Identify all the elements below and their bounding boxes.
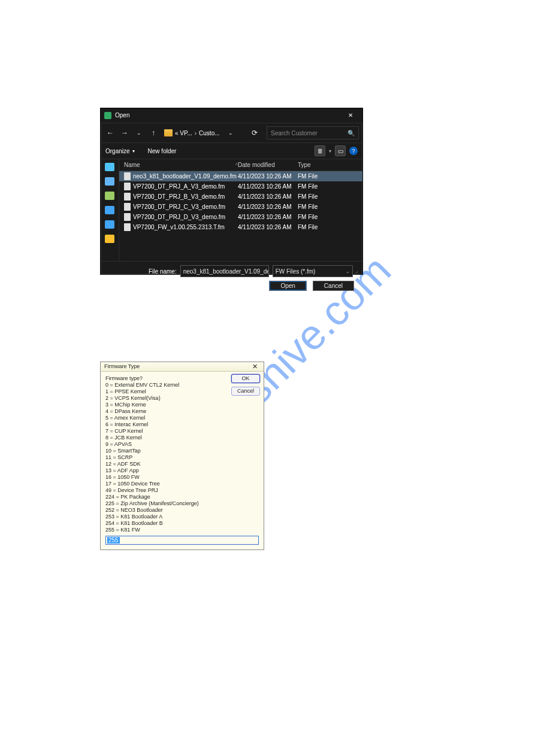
cancel-button[interactable]: Cancel xyxy=(231,387,260,396)
firmware-type-option: 12 = ADF SDK xyxy=(105,461,259,467)
file-icon xyxy=(124,193,131,201)
file-date: 4/11/2023 10:26 AM xyxy=(238,193,298,200)
dialog-titlebar: Firmware Type ✕ xyxy=(101,362,264,372)
firmware-type-option: 224 = PK Package xyxy=(105,494,259,500)
filename-label: File name: xyxy=(149,268,177,275)
sidebar-item-documents[interactable] xyxy=(105,206,114,214)
file-name: VP7200_DT_PRJ_D_V3_demo.fm xyxy=(124,213,238,221)
firmware-type-option: 252 = NEO3 Bootloader xyxy=(105,507,259,514)
cancel-button[interactable]: Cancel xyxy=(313,281,354,291)
sidebar-item-desktop[interactable] xyxy=(105,177,114,186)
firmware-type-option: 7 = CUP Kernel xyxy=(105,428,259,435)
open-button[interactable]: Open xyxy=(269,281,306,291)
firmware-type-option: 49 = Device Tree PRJ xyxy=(105,487,259,494)
sidebar-item-quickaccess[interactable] xyxy=(105,163,114,171)
nav-bar: ← → ⌄ ↑ « VP... › Custo... ⌄ ⟳ Search Cu… xyxy=(101,123,362,143)
firmware-type-option: 3 = MChip Kerne xyxy=(105,402,259,408)
column-header-type[interactable]: Type xyxy=(298,162,352,168)
resize-grip-icon[interactable]: ⌟ xyxy=(355,267,361,273)
chevron-right-icon: › xyxy=(195,130,197,136)
close-icon[interactable]: ✕ xyxy=(342,108,359,123)
dialog-titlebar: Open ✕ xyxy=(101,108,362,123)
column-header-name[interactable]: Name xyxy=(124,162,238,168)
file-date: 4/11/2023 10:26 AM xyxy=(238,173,298,180)
file-row[interactable]: VP7200_DT_PRJ_B_V3_demo.fm4/11/2023 10:2… xyxy=(119,192,362,202)
sidebar-item-pictures[interactable] xyxy=(105,220,114,229)
folder-icon xyxy=(164,129,173,136)
firmware-type-option: 253 = K81 Bootloader A xyxy=(105,514,259,520)
sidebar-item-downloads[interactable] xyxy=(105,192,114,200)
breadcrumb-parent: « VP... xyxy=(175,130,192,136)
file-name: neo3_k81_bootloader_V1.09_demo.fm xyxy=(124,172,238,180)
file-row[interactable]: neo3_k81_bootloader_V1.09_demo.fm4/11/20… xyxy=(119,171,362,181)
file-icon xyxy=(124,203,131,211)
firmware-type-option: 254 = K81 Bootloader B xyxy=(105,520,259,527)
view-toolbar: ≣ ▾ ▭ ? xyxy=(315,145,358,156)
chevron-down-icon[interactable]: ▾ xyxy=(329,148,331,154)
view-mode-icon[interactable]: ≣ xyxy=(315,145,325,156)
file-name: VP7200_FW_v1.00.255.2313.T.fm xyxy=(124,223,238,231)
file-type: FM File xyxy=(298,224,352,230)
filetype-select[interactable]: FW Files (*.fm) ⌄ xyxy=(273,265,353,277)
sidebar-item-music[interactable] xyxy=(105,235,114,243)
filename-input[interactable]: neo3_k81_bootloader_V1.09_demo ⌄ xyxy=(180,265,269,277)
firmware-type-option: 225 = Zip Archive (Manifest/Concierge) xyxy=(105,500,259,507)
up-icon[interactable]: ↑ xyxy=(147,127,159,139)
path-dropdown-icon[interactable]: ⌄ xyxy=(225,127,237,139)
firmware-type-option: 255 = K81 FW xyxy=(105,527,259,533)
dialog-body: Name Date modified Type neo3_k81_bootloa… xyxy=(101,159,362,261)
file-icon xyxy=(124,172,131,180)
firmware-type-input[interactable]: 255 xyxy=(105,536,259,545)
firmware-type-list: 0 = External EMV CTL2 Kernel1 = PPSE Ker… xyxy=(105,382,259,533)
firmware-type-option: 8 = JCB Kernel xyxy=(105,435,259,441)
search-icon: 🔍 xyxy=(347,130,355,136)
file-date: 4/11/2023 10:26 AM xyxy=(238,224,298,230)
file-date: 4/11/2023 10:26 AM xyxy=(238,204,298,210)
filename-row: File name: neo3_k81_bootloader_V1.09_dem… xyxy=(107,265,356,277)
file-icon xyxy=(124,183,131,190)
file-row[interactable]: VP7200_DT_PRJ_D_V3_demo.fm4/11/2023 10:2… xyxy=(119,212,362,222)
forward-icon[interactable]: → xyxy=(119,127,131,139)
file-icon xyxy=(124,213,131,221)
app-icon xyxy=(104,112,111,119)
file-icon xyxy=(124,223,131,231)
dialog-title: Open xyxy=(115,108,129,123)
file-row[interactable]: VP7200_FW_v1.00.255.2313.T.fm4/11/2023 1… xyxy=(119,222,362,232)
dialog-buttons: OK Cancel xyxy=(231,374,260,396)
file-type: FM File xyxy=(298,173,352,180)
column-header-date[interactable]: Date modified xyxy=(238,162,298,168)
refresh-icon[interactable]: ⟳ xyxy=(249,127,261,139)
back-icon[interactable]: ← xyxy=(104,127,116,139)
close-icon[interactable]: ✕ xyxy=(249,363,260,370)
file-type: FM File xyxy=(298,214,352,220)
firmware-type-option: 6 = Interac Kernel xyxy=(105,421,259,428)
ok-button[interactable]: OK xyxy=(231,374,260,383)
firmware-type-option: 9 = APVAS xyxy=(105,441,259,448)
search-input[interactable]: Search Customer 🔍 xyxy=(267,126,359,139)
firmware-type-option: 10 = SmartTap xyxy=(105,448,259,454)
firmware-type-option: 16 = 1050 FW xyxy=(105,474,259,481)
new-folder-button[interactable]: New folder xyxy=(148,148,177,154)
firmware-type-option: 2 = VCPS Kernel(Visa) xyxy=(105,395,259,402)
firmware-type-option: 4 = DPass Kerne xyxy=(105,408,259,415)
column-headers[interactable]: Name Date modified Type xyxy=(119,159,362,171)
recent-dropdown-icon[interactable]: ⌄ xyxy=(133,127,145,139)
organize-button[interactable]: Organize ▾ xyxy=(105,148,135,154)
breadcrumb[interactable]: « VP... › Custo... xyxy=(162,128,222,138)
firmware-type-dialog: Firmware Type ✕ OK Cancel Firmware type?… xyxy=(100,362,264,550)
file-name: VP7200_DT_PRJ_C_V3_demo.fm xyxy=(124,203,238,211)
toolbar: Organize ▾ New folder ≣ ▾ ▭ ? xyxy=(101,143,362,159)
firmware-type-option: 17 = 1050 Device Tree xyxy=(105,481,259,487)
help-icon[interactable]: ? xyxy=(349,147,358,155)
preview-pane-icon[interactable]: ▭ xyxy=(335,145,346,156)
file-type: FM File xyxy=(298,193,352,200)
chevron-down-icon: ▾ xyxy=(132,148,135,154)
file-row[interactable]: VP7200_DT_PRJ_C_V3_demo.fm4/11/2023 10:2… xyxy=(119,202,362,212)
firmware-type-option: 13 = ADF App xyxy=(105,467,259,474)
open-file-dialog: Open ✕ ← → ⌄ ↑ « VP... › Custo... ⌄ ⟳ Se… xyxy=(100,108,363,275)
file-date: 4/11/2023 10:26 AM xyxy=(238,183,298,190)
sidebar xyxy=(101,159,119,261)
firmware-type-option: 11 = SCRP xyxy=(105,454,259,461)
file-list-panel: Name Date modified Type neo3_k81_bootloa… xyxy=(119,159,362,261)
file-row[interactable]: VP7200_DT_PRJ_A_V3_demo.fm4/11/2023 10:2… xyxy=(119,181,362,192)
